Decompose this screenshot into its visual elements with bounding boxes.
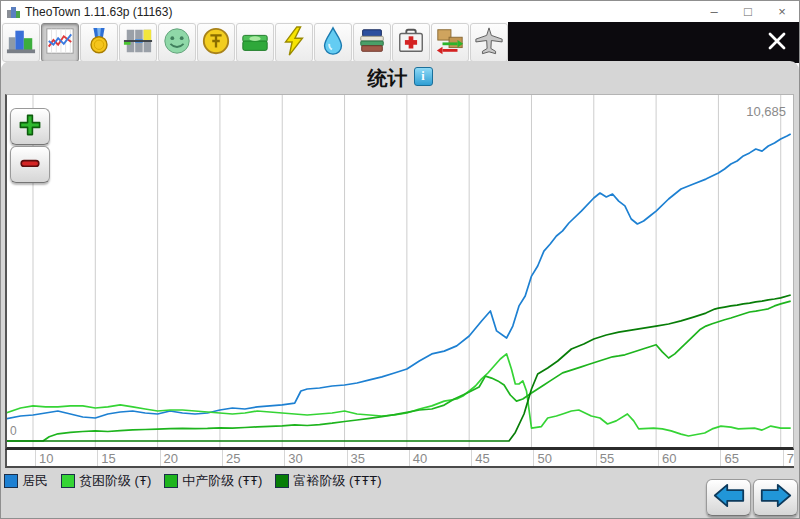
arrow-right-icon [760, 483, 792, 512]
coin-icon [201, 26, 231, 60]
toolbar-dark-area [508, 22, 799, 63]
theotown-logo-icon [7, 5, 20, 18]
trade-icon [435, 26, 465, 60]
x-tick-label: 20 [164, 451, 178, 466]
legend-marker [4, 474, 18, 488]
education-books-icon [357, 26, 387, 60]
tick-mark [720, 450, 721, 468]
toolbar-ratings-button[interactable] [119, 23, 157, 62]
money-icon [240, 26, 270, 60]
health-medkit-icon [396, 26, 426, 60]
close-dialog-button[interactable] [764, 30, 790, 56]
x-tick-label: 15 [101, 451, 115, 466]
series-居民 [7, 134, 791, 419]
tick-mark [533, 450, 534, 468]
statistics-chart-panel[interactable]: 010,685 [5, 94, 794, 450]
legend-label: 居民 [22, 472, 48, 490]
x-tick-label: 30 [288, 451, 302, 466]
toolbar-education-button[interactable] [353, 23, 391, 62]
scroll-left-button[interactable] [706, 479, 751, 516]
legend-item: 贫困阶级 (Ŧ) [61, 472, 151, 490]
x-tick-label: 45 [475, 451, 489, 466]
close-window-button[interactable]: × [765, 1, 799, 22]
tick-mark [284, 450, 285, 468]
x-tick-label: 40 [413, 451, 427, 466]
x-tick-label: 65 [724, 451, 738, 466]
y-zero-label: 0 [10, 424, 17, 438]
legend-label: 富裕阶级 (ŦŦŦ) [293, 472, 381, 490]
toolbar-money-button[interactable] [197, 23, 235, 62]
legend-label: 贫困阶级 (Ŧ) [79, 472, 151, 490]
tick-mark [97, 450, 98, 468]
toolbar-happiness-button[interactable] [158, 23, 196, 62]
airport-plane-icon [474, 26, 504, 60]
toolbar-energy-button[interactable] [275, 23, 313, 62]
toolbar-water-button[interactable] [314, 23, 352, 62]
legend-item: 富裕阶级 (ŦŦŦ) [275, 472, 381, 490]
plus-icon [18, 113, 42, 141]
x-tick-label: 70 [787, 451, 794, 466]
city-icon [6, 26, 36, 60]
energy-bolt-icon [279, 26, 309, 60]
toolbar-city-button[interactable] [2, 23, 40, 62]
x-tick-label: 25 [226, 451, 240, 466]
zoom-out-button[interactable] [10, 146, 50, 183]
x-tick-label: 35 [351, 451, 365, 466]
legend-label: 中产阶级 (ŦŦ) [182, 472, 262, 490]
scroll-right-button[interactable] [753, 479, 798, 516]
window-controls: – □ × [697, 1, 799, 22]
toolbar-budget-button[interactable] [236, 23, 274, 62]
legend-marker [275, 474, 289, 488]
x-tick-label: 55 [600, 451, 614, 466]
window-title: TheoTown 1.11.63p (11163) [25, 5, 172, 19]
tick-mark [222, 450, 223, 468]
minus-icon [18, 151, 42, 179]
legend-marker [61, 474, 75, 488]
x-axis: 10152025303540455055606570 [5, 450, 794, 468]
legend-item: 中产阶级 (ŦŦ) [164, 472, 262, 490]
happiness-smiley-icon [162, 26, 192, 60]
tick-mark [783, 450, 784, 468]
info-icon[interactable]: i [414, 67, 433, 86]
tick-mark [160, 450, 161, 468]
x-tick-label: 10 [39, 451, 53, 466]
minimize-button[interactable]: – [697, 1, 731, 22]
toolbar-statistics-button[interactable] [41, 23, 79, 62]
titlebar: TheoTown 1.11.63p (11163) – □ × [1, 1, 799, 23]
toolbar [1, 22, 799, 63]
toolbar-rank-button[interactable] [80, 23, 118, 62]
tick-mark [596, 450, 597, 468]
series-贫困阶级 (Ŧ) [7, 354, 791, 436]
water-drop-icon [318, 26, 348, 60]
tick-mark [658, 450, 659, 468]
medal-icon [84, 26, 114, 60]
theotown-window: TheoTown 1.11.63p (11163) – □ × [0, 0, 800, 519]
dialog-title: 统计 [368, 65, 408, 92]
tick-mark [347, 450, 348, 468]
toolbar-airport-button[interactable] [470, 23, 508, 62]
tick-mark [409, 450, 410, 468]
dialog-title-row: 统计 i [1, 65, 799, 91]
toolbar-trade-button[interactable] [431, 23, 469, 62]
ranking-bars-icon [123, 26, 153, 60]
series-富裕阶级 (ŦŦŦ) [7, 295, 791, 441]
legend-item: 居民 [4, 472, 48, 490]
close-icon [767, 31, 787, 55]
maximize-button[interactable]: □ [731, 1, 765, 22]
legend-marker [164, 474, 178, 488]
chart-legend: 居民贫困阶级 (Ŧ)中产阶级 (ŦŦ)富裕阶级 (ŦŦŦ) [4, 471, 381, 491]
y-max-label: 10,685 [746, 104, 786, 119]
statistics-chart-icon [45, 26, 75, 60]
toolbar-health-button[interactable] [392, 23, 430, 62]
x-tick-label: 50 [537, 451, 551, 466]
zoom-in-button[interactable] [10, 108, 50, 145]
arrow-left-icon [713, 483, 745, 512]
x-tick-label: 60 [662, 451, 676, 466]
tick-mark [471, 450, 472, 468]
tick-mark [35, 450, 36, 468]
